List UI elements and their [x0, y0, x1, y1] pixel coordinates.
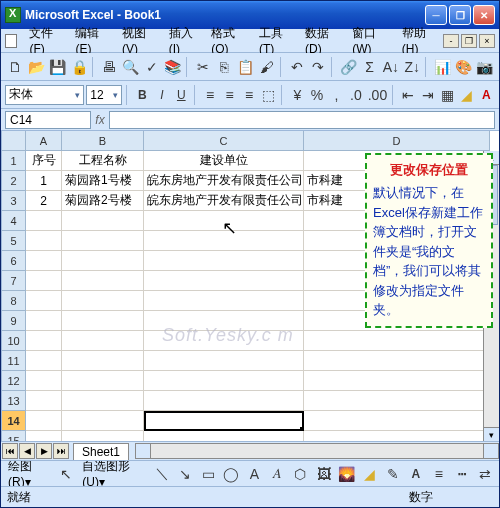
cell-A7[interactable] — [26, 271, 62, 291]
cell-C3[interactable]: 皖东房地产开发有限责任公司 — [144, 191, 304, 211]
cell-B15[interactable] — [62, 431, 144, 441]
cell-A10[interactable] — [26, 331, 62, 351]
font-combo[interactable]: 宋体▾ — [5, 85, 84, 105]
row-header-5[interactable]: 5 — [2, 231, 26, 251]
sheet-tab[interactable]: Sheet1 — [73, 443, 129, 460]
line-icon[interactable]: ＼ — [152, 463, 172, 485]
merge-icon[interactable]: ⬚ — [260, 84, 278, 106]
cell-A9[interactable] — [26, 311, 62, 331]
research-icon[interactable]: 📚 — [163, 56, 183, 78]
row-header-13[interactable]: 13 — [2, 391, 26, 411]
sort-asc-icon[interactable]: A↓ — [381, 56, 401, 78]
cell-B7[interactable] — [62, 271, 144, 291]
paste-icon[interactable]: 📋 — [235, 56, 255, 78]
row-header-10[interactable]: 10 — [2, 331, 26, 351]
cell-D14[interactable] — [304, 411, 490, 431]
textbox-icon[interactable]: A — [244, 463, 264, 485]
cell-D10[interactable] — [304, 331, 490, 351]
align-right-icon[interactable]: ≡ — [240, 84, 258, 106]
autoshape-menu[interactable]: 自选图形(U)▾ — [79, 461, 149, 487]
cell-A5[interactable] — [26, 231, 62, 251]
row-header-14[interactable]: 14 — [2, 411, 26, 431]
new-icon[interactable]: 🗋 — [5, 56, 25, 78]
print-icon[interactable]: 🖶 — [99, 56, 119, 78]
preview-icon[interactable]: 🔍 — [120, 56, 140, 78]
horizontal-scrollbar[interactable] — [135, 443, 499, 459]
chart-icon[interactable]: 📊 — [432, 56, 452, 78]
row-header-7[interactable]: 7 — [2, 271, 26, 291]
inc-dec-icon[interactable]: .0 — [347, 84, 365, 106]
arrow-icon[interactable]: ↘ — [175, 463, 195, 485]
cell-B10[interactable] — [62, 331, 144, 351]
comma-icon[interactable]: , — [328, 84, 346, 106]
cell-C4[interactable] — [144, 211, 304, 231]
row-header-11[interactable]: 11 — [2, 351, 26, 371]
cell-B14[interactable] — [62, 411, 144, 431]
underline-icon[interactable]: U — [173, 84, 191, 106]
cell-A13[interactable] — [26, 391, 62, 411]
row-header-4[interactable]: 4 — [2, 211, 26, 231]
drawing-icon[interactable]: 🎨 — [453, 56, 473, 78]
sort-desc-icon[interactable]: Z↓ — [402, 56, 422, 78]
fillcolor2-icon[interactable]: ◢ — [360, 463, 380, 485]
bold-icon[interactable]: B — [134, 84, 152, 106]
save-icon[interactable]: 💾 — [48, 56, 68, 78]
name-box[interactable]: C14 — [5, 111, 91, 129]
cell-C7[interactable] — [144, 271, 304, 291]
cell-C14[interactable] — [144, 411, 304, 431]
cell-C11[interactable] — [144, 351, 304, 371]
row-header-2[interactable]: 2 — [2, 171, 26, 191]
cell-C8[interactable] — [144, 291, 304, 311]
col-header-C[interactable]: C — [144, 131, 304, 151]
mdi-restore[interactable]: ❐ — [461, 34, 477, 48]
align-left-icon[interactable]: ≡ — [201, 84, 219, 106]
row-header-15[interactable]: 15 — [2, 431, 26, 441]
cut-icon[interactable]: ✂ — [193, 56, 213, 78]
row-header-8[interactable]: 8 — [2, 291, 26, 311]
indent-inc-icon[interactable]: ⇥ — [419, 84, 437, 106]
spell-icon[interactable]: ✓ — [142, 56, 162, 78]
row-header-3[interactable]: 3 — [2, 191, 26, 211]
cell-A6[interactable] — [26, 251, 62, 271]
size-combo[interactable]: 12▾ — [86, 85, 122, 105]
cell-D15[interactable] — [304, 431, 490, 441]
link-icon[interactable]: 🔗 — [338, 56, 358, 78]
tab-prev-icon[interactable]: ◀ — [19, 443, 35, 459]
borders-icon[interactable]: ▦ — [439, 84, 457, 106]
cell-B9[interactable] — [62, 311, 144, 331]
row-header-1[interactable]: 1 — [2, 151, 26, 171]
cell-A14[interactable] — [26, 411, 62, 431]
sum-icon[interactable]: Σ — [359, 56, 379, 78]
close-button[interactable]: ✕ — [473, 5, 495, 25]
italic-icon[interactable]: I — [153, 84, 171, 106]
cell-C9[interactable] — [144, 311, 304, 331]
dashstyle-icon[interactable]: ┅ — [452, 463, 472, 485]
tab-first-icon[interactable]: ⏮ — [2, 443, 18, 459]
cell-C6[interactable] — [144, 251, 304, 271]
formula-input[interactable] — [109, 111, 495, 129]
cell-D11[interactable] — [304, 351, 490, 371]
diagram-icon[interactable]: ⬡ — [290, 463, 310, 485]
cell-C13[interactable] — [144, 391, 304, 411]
cell-A15[interactable] — [26, 431, 62, 441]
col-header-D[interactable]: D — [304, 131, 490, 151]
camera-icon[interactable]: 📷 — [475, 56, 495, 78]
col-header-A[interactable]: A — [26, 131, 62, 151]
fill-color-icon[interactable]: ◢ — [458, 84, 476, 106]
cell-C10[interactable] — [144, 331, 304, 351]
cell-D13[interactable] — [304, 391, 490, 411]
cell-A11[interactable] — [26, 351, 62, 371]
draw-menu[interactable]: 绘图(R)▾ — [5, 461, 53, 487]
row-header-12[interactable]: 12 — [2, 371, 26, 391]
cell-D12[interactable] — [304, 371, 490, 391]
rect-icon[interactable]: ▭ — [198, 463, 218, 485]
cell-C5[interactable] — [144, 231, 304, 251]
picture-icon[interactable]: 🌄 — [337, 463, 357, 485]
cell-B13[interactable] — [62, 391, 144, 411]
mdi-close[interactable]: × — [479, 34, 495, 48]
cell-B1[interactable]: 工程名称 — [62, 151, 144, 171]
mdi-minimize[interactable]: - — [443, 34, 459, 48]
fx-icon[interactable]: fx — [91, 113, 109, 127]
cell-A8[interactable] — [26, 291, 62, 311]
cell-B2[interactable]: 菊园路1号楼 — [62, 171, 144, 191]
